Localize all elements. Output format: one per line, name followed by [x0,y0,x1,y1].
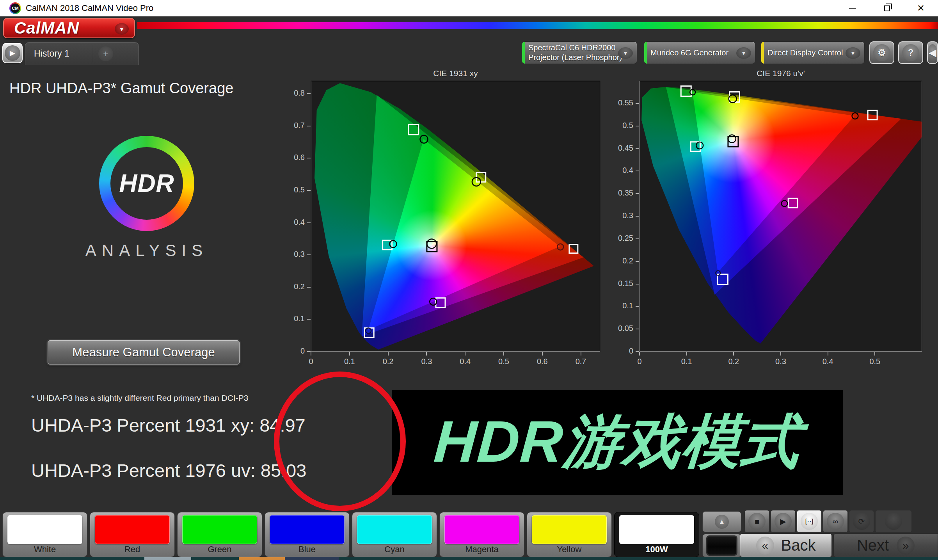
target-square-marker [691,142,700,151]
swatch-label: 100W [615,544,699,555]
stop-icon: ■ [748,513,766,530]
measured-circle-marker [557,244,563,250]
swatch-color-chip [182,515,257,544]
swatch-color-chip [532,515,607,544]
pattern-swatch-100w[interactable]: 100W [614,512,699,557]
pattern-swatch-magenta[interactable]: Magenta [439,512,524,557]
range-button[interactable]: [··] [797,510,822,533]
y-tick [307,222,311,223]
arrow-up-icon: ▲ [715,515,729,529]
settings-icon: ⚙ [873,44,890,61]
target-square-marker [409,124,419,135]
close-button[interactable]: ✕ [904,0,938,16]
tab-history-1[interactable]: History 1 [25,48,92,59]
y-tick-label: 0.55 [606,98,633,107]
help-icon: ? [902,44,919,61]
next-button[interactable]: Next » [833,533,938,557]
play-button[interactable]: ▶ [771,510,796,533]
measured-circle-marker [420,135,428,143]
y-tick-label: 0.05 [606,324,633,333]
swatch-color-chip [619,515,694,544]
workflow-expander-button[interactable]: ▶ [2,43,23,63]
calman-logo: CalMAN [14,19,79,37]
extra-button [875,510,912,533]
device-label: Murideo 6G Generator [650,42,728,64]
swatch-label: Cyan [352,544,437,555]
target-square-marker [569,245,578,253]
x-tick [686,352,687,356]
x-tick-label: 0.1 [344,357,355,366]
device-dropdown-source[interactable]: Murideo 6G Generator▼ [644,41,755,64]
y-tick-label: 0.7 [277,121,305,130]
play-arrow-icon: ▶ [5,45,20,61]
app-icon: CM [9,2,21,14]
x-tick-label: 0.2 [383,357,394,366]
y-tick [307,351,311,352]
tab-divider [92,45,92,62]
swatch-label: Green [178,544,262,555]
chevron-down-icon: ▼ [736,47,751,59]
measured-circle-marker [781,200,787,206]
swatch-label: Magenta [440,544,524,555]
minimize-button[interactable] [835,0,870,16]
y-tick [636,351,639,352]
stop-button[interactable]: ■ [744,510,769,533]
loop-icon: ∞ [827,513,844,530]
y-tick-label: 0.45 [606,144,633,153]
device-status-stripe [522,42,525,64]
x-tick [639,352,640,356]
y-tick-label: 0.2 [606,256,633,265]
device-dropdown-meter[interactable]: SpectraCal C6 HDR2000Projector (Laser Ph… [522,41,637,64]
window-size-preview-button[interactable] [702,534,741,557]
next-chevrons-icon: » [897,537,915,555]
extra-icon [885,513,902,530]
target-square-marker [681,86,691,96]
add-tab-button[interactable]: + [98,46,113,61]
y-tick-label: 0.3 [277,250,305,259]
x-tick-label: 0.1 [681,357,692,366]
x-tick-label: 0.5 [498,357,509,366]
x-tick-label: 0.6 [537,357,548,366]
device-status-stripe [761,42,764,64]
y-tick [307,158,311,158]
measured-circle-marker [366,328,371,333]
measure-gamut-coverage-button[interactable]: Measure Gamut Coverage [48,340,240,364]
back-button[interactable]: « Back [740,533,832,557]
pattern-swatch-yellow[interactable]: Yellow [527,512,612,557]
chart-title: CIE 1976 u'v' [703,69,859,78]
pattern-swatch-red[interactable]: Red [90,512,175,557]
device-status-stripe [644,42,647,64]
swatch-color-chip [7,515,82,544]
y-tick [636,103,639,104]
target-square-marker [788,198,798,208]
y-tick [636,216,639,217]
y-tick [307,126,311,126]
window-size-up-button[interactable]: ▲ [702,511,741,532]
x-tick-label: 0.4 [823,357,833,366]
history-tabbar: History 1 + [25,42,139,65]
help-button[interactable]: ? [898,41,923,64]
app-icon-monogram: CM [11,4,20,13]
measured-circle-marker [427,239,436,248]
collapse-panel-icon: ◀ [928,44,937,61]
target-square-marker [718,274,728,284]
y-tick-label: 0.3 [606,211,633,220]
loop-button[interactable]: ∞ [823,510,848,533]
x-tick-label: 0 [637,357,641,366]
settings-button[interactable]: ⚙ [869,41,894,64]
hdr-logo-text: HDR [119,169,174,198]
chart-title: CIE 1931 xy [378,69,534,78]
device-dropdown-display-control[interactable]: Direct Display Control▼ [761,41,865,64]
target-square-marker [436,298,445,308]
pattern-swatch-white[interactable]: White [2,512,87,557]
swatch-label: Blue [265,544,349,555]
x-tick [733,352,734,356]
collapse-panel-button[interactable]: ◀ [927,41,938,64]
y-tick-label: 0.5 [606,121,633,130]
y-tick [636,126,639,126]
rainbow-divider [137,22,938,29]
restore-button[interactable] [870,0,904,16]
x-tick [780,352,781,356]
pattern-swatch-green[interactable]: Green [177,512,262,557]
calman-menu-button[interactable]: CalMAN ▼ [3,18,135,38]
